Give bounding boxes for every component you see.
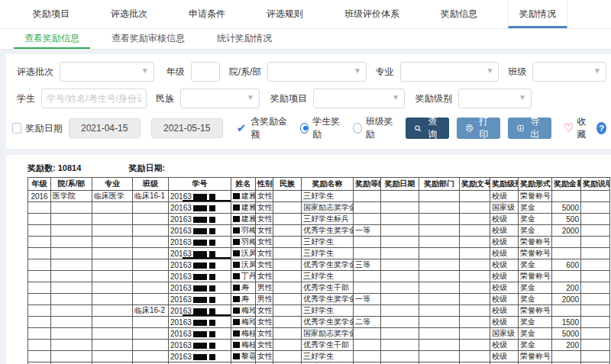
table-cell (419, 248, 460, 259)
table-cell (419, 317, 460, 328)
table-cell (381, 225, 419, 237)
student-id-cell: 20163 (169, 282, 231, 294)
dept-select[interactable]: ▼ (267, 62, 366, 82)
table-cell (51, 259, 92, 271)
table-cell (28, 248, 51, 259)
table-cell: 荣誉称号 (519, 191, 552, 202)
export-button[interactable]: 导出 (508, 118, 551, 139)
class-select[interactable]: ▼ (532, 62, 606, 82)
table-cell (51, 237, 92, 248)
dept-label: 院/系/部 (229, 66, 262, 79)
student-input[interactable] (41, 89, 147, 108)
table-cell: 优秀学生干部 (302, 340, 354, 351)
include-amount-checkbox[interactable]: ✔ (237, 121, 247, 135)
table-cell: 女性 (256, 328, 273, 340)
award-project-select[interactable]: ▼ (313, 89, 405, 108)
column-header: 年级 (28, 178, 51, 191)
table-cell (28, 282, 51, 294)
table-cell: 500 (552, 214, 581, 225)
favorite-button[interactable]: ♡ 收藏 (564, 115, 589, 141)
table-row[interactable]: 20163羽梅女性优秀学生奖学金一等校级奖金2000 (28, 225, 610, 237)
help-icon[interactable]: ? (596, 122, 606, 134)
student-name-cell: 梅玲 (231, 305, 256, 317)
column-header: 奖励日期 (381, 178, 419, 191)
table-header-row: 年级院/系/部专业班级学号姓名性别民族奖励名称奖励等级奖励日期奖励部门奖励文号奖… (28, 178, 610, 191)
award-level-label: 奖励级别 (415, 92, 452, 105)
grade-input[interactable] (191, 62, 220, 82)
sub-nav: 查看奖励信息 查看奖励审核信息 统计奖励情况 (0, 29, 611, 50)
award-date-checkbox[interactable] (12, 123, 21, 134)
table-row[interactable]: 20163建雅女性国家励志奖学金国家级奖金5000 (28, 202, 610, 214)
award-level-select[interactable]: ▼ (458, 89, 532, 108)
class-award-radio[interactable] (353, 123, 362, 134)
class-label: 班级 (508, 66, 526, 79)
table-row[interactable]: 20163梅桂女性优秀学生干部校级奖金200 (28, 340, 610, 351)
table-cell (381, 248, 419, 259)
tab-award-status[interactable]: 奖励情况 (508, 0, 567, 28)
chevron-down-icon: ▼ (354, 66, 361, 75)
table-cell (581, 237, 610, 248)
major-select[interactable]: ▼ (400, 62, 499, 82)
table-cell (92, 328, 133, 340)
subtab-award-statistics[interactable]: 统计奖励情况 (206, 29, 283, 49)
table-cell: 女性 (256, 225, 273, 237)
table-row[interactable]: 临床16-220163梅玲女性三好学生校级荣誉称号 (28, 305, 610, 317)
table-row[interactable]: 20163黎蓉女性三好学生校级荣誉称号 (28, 351, 610, 362)
table-cell (581, 259, 610, 271)
table-cell (460, 317, 490, 328)
award-date-summary-label: 奖励日期: (128, 163, 165, 172)
award-project-label: 奖励项目 (270, 92, 307, 105)
student-name-cell: 黎蓉 (231, 351, 256, 362)
table-cell (51, 294, 92, 305)
tab-award-project[interactable]: 奖励项目 (22, 0, 80, 28)
table-cell (28, 305, 51, 317)
batch-select[interactable]: ▼ (60, 62, 154, 82)
subtab-view-award-info[interactable]: 查看奖励信息 (14, 29, 90, 49)
table-row[interactable]: 20163沃凤女性优秀学生奖学金三等校级奖金600 (28, 259, 610, 271)
tab-apply-condition[interactable]: 申请条件 (178, 0, 236, 28)
print-button-label: 打印 (477, 115, 491, 141)
tab-class-evaluation[interactable]: 班级评价体系 (334, 0, 410, 28)
table-row[interactable]: 20163建雅女性三好学生标兵校级奖金500 (28, 214, 610, 225)
student-label: 学生 (17, 92, 35, 105)
date-to-input[interactable] (151, 118, 223, 138)
query-button[interactable]: 查询 (406, 118, 448, 139)
tab-award-info[interactable]: 奖励信息 (430, 0, 488, 28)
table-cell (133, 351, 169, 362)
table-cell: 奖金 (519, 294, 552, 305)
table-row[interactable]: 20163丁丹女性三好学生校级荣誉称号 (28, 271, 610, 282)
column-header: 奖励等级 (354, 178, 381, 191)
table-cell: 一等 (354, 294, 381, 305)
student-award-radio[interactable] (300, 123, 309, 134)
table-row[interactable]: 2016医学院临床医学临床16-120163建雅女性三好学生校级荣誉称号 (28, 191, 610, 202)
table-cell (581, 191, 610, 202)
table-cell (51, 317, 92, 328)
print-button[interactable]: 打印 (457, 118, 500, 139)
tab-selection-rule[interactable]: 评选规则 (256, 0, 314, 28)
table-row[interactable]: 20163梅桂女性国家励志奖学金国家级奖金5000 (28, 328, 610, 340)
column-header: 性别 (256, 178, 273, 191)
table-cell (51, 305, 92, 317)
table-cell (354, 351, 381, 362)
table-cell (460, 237, 490, 248)
table-cell: 一等 (354, 225, 381, 237)
subtab-view-award-audit-info[interactable]: 查看奖励审核信息 (101, 29, 196, 49)
table-row[interactable]: 20163寿男性优秀学生奖学金一等校级奖金2000 (28, 294, 610, 305)
ethnic-select[interactable]: ▼ (180, 89, 260, 108)
table-cell (581, 294, 610, 305)
tab-selection-batch[interactable]: 评选批次 (100, 0, 158, 28)
table-cell (273, 225, 302, 237)
table-row[interactable]: 20163寿男性优秀学生干部校级奖金200 (28, 282, 610, 294)
table-row[interactable]: 20163梅玲女性优秀学生奖学金二等校级奖金1500 (28, 317, 610, 328)
table-row[interactable]: 20163沃凤女性三好学生校级荣誉称号 (28, 248, 610, 259)
table-cell (133, 317, 169, 328)
table-cell (28, 328, 51, 340)
table-cell: 优秀学生奖学金 (302, 259, 354, 271)
table-cell: 国家级 (490, 202, 519, 214)
table-row[interactable]: 20163羽梅女性三好学生校级荣誉称号 (28, 237, 610, 248)
table-cell: 2000 (552, 294, 581, 305)
table-cell: 校级 (490, 317, 519, 328)
table-cell (51, 282, 92, 294)
table-cell: 男性 (256, 294, 273, 305)
date-from-input[interactable] (69, 118, 141, 138)
